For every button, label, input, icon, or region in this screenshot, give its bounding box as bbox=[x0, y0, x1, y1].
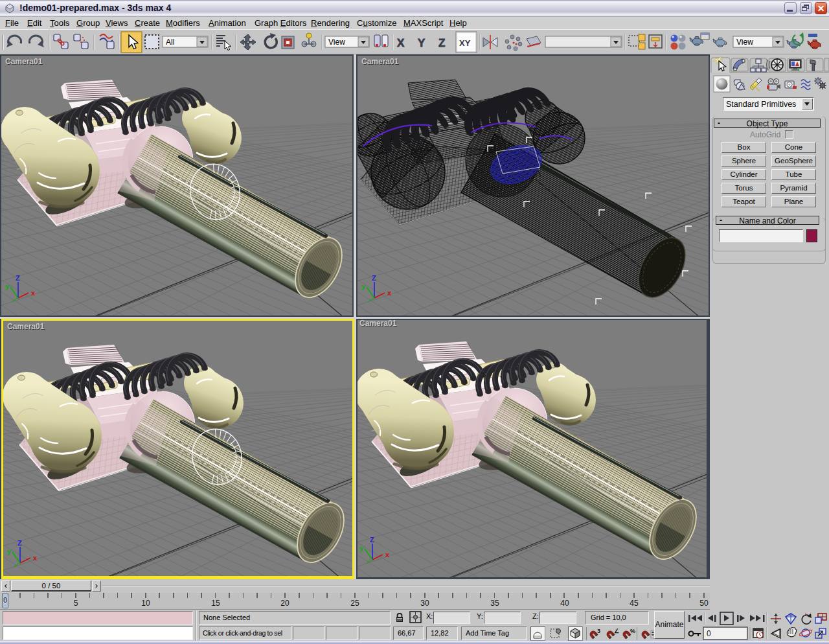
svg-text:All: All bbox=[166, 38, 174, 47]
svg-text:XY: XY bbox=[459, 38, 471, 48]
svg-text:Z: Z bbox=[438, 37, 445, 49]
svg-text:0: 0 bbox=[707, 629, 711, 638]
svg-text:∠: ∠ bbox=[614, 628, 619, 634]
svg-text:%: % bbox=[630, 628, 635, 634]
svg-text:Y: Y bbox=[418, 37, 426, 49]
svg-text:3: 3 bbox=[597, 628, 600, 634]
svg-text:View: View bbox=[328, 38, 345, 47]
svg-text:View: View bbox=[736, 38, 753, 47]
svg-text:X: X bbox=[397, 37, 405, 49]
